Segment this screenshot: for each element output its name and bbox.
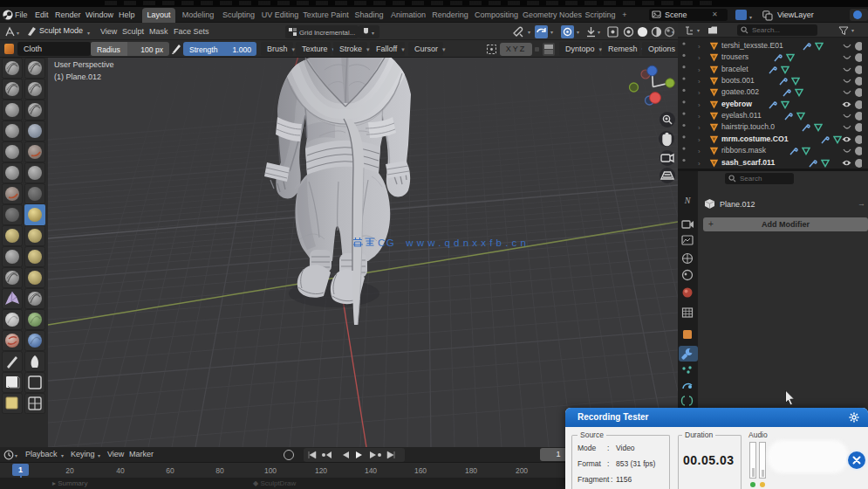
svg-text:N: N [684, 196, 692, 205]
